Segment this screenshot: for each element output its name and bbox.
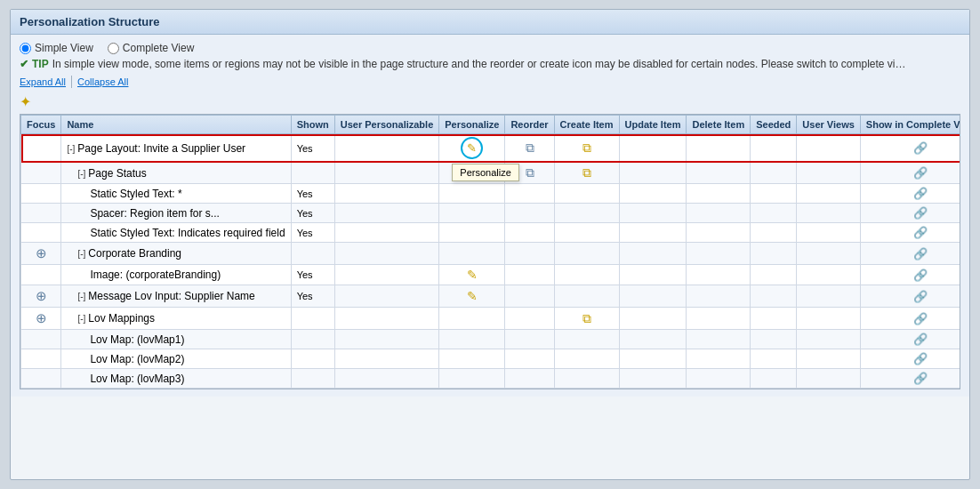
seeded-cell bbox=[751, 243, 797, 265]
pencil-icon[interactable]: ✎ bbox=[467, 268, 478, 282]
simple-view-option[interactable]: Simple View bbox=[20, 42, 93, 54]
show-complete-cell: 🔗 bbox=[860, 243, 960, 265]
row-name-text: Image: (corporateBranding) bbox=[90, 269, 221, 281]
collapse-icon[interactable]: [-] bbox=[77, 249, 85, 259]
pencil-icon[interactable]: ✎ bbox=[467, 289, 478, 303]
update-item-cell bbox=[619, 184, 687, 204]
update-item-cell bbox=[619, 223, 687, 243]
table-row: Static Styled Text: Indicates required f… bbox=[21, 223, 961, 243]
show-complete-icon[interactable]: 🔗 bbox=[913, 247, 928, 261]
focus-cell: ⊕ bbox=[21, 308, 61, 330]
update-item-cell bbox=[619, 330, 687, 349]
show-complete-icon[interactable]: 🔗 bbox=[913, 333, 928, 346]
collapse-icon[interactable]: [-] bbox=[77, 292, 85, 301]
show-complete-cell: 🔗 bbox=[860, 308, 960, 330]
show-complete-cell: 🔗 bbox=[860, 330, 960, 349]
show-complete-icon[interactable]: 🔗 bbox=[913, 372, 928, 385]
show-complete-icon[interactable]: 🔗 bbox=[913, 290, 928, 303]
show-complete-icon[interactable]: 🔗 bbox=[913, 312, 928, 325]
move-icon[interactable]: ⊕ bbox=[36, 288, 47, 303]
shown-cell bbox=[291, 243, 334, 265]
table-row: Image: (corporateBranding)Yes✎🔗 bbox=[21, 265, 961, 285]
delete-item-cell bbox=[687, 285, 751, 308]
focus-cell bbox=[21, 184, 61, 204]
reorder-copy-icon[interactable]: ⧉ bbox=[526, 165, 534, 180]
tip-row: ✔ TIP In simple view mode, some items or… bbox=[20, 58, 960, 70]
seeded-cell bbox=[751, 369, 797, 389]
show-complete-icon[interactable]: 🔗 bbox=[913, 166, 928, 180]
shown-cell: Yes bbox=[291, 223, 334, 243]
move-icon[interactable]: ⊕ bbox=[36, 310, 47, 325]
table-row: ⊕[-]Message Lov Input: Supplier NameYes✎… bbox=[21, 285, 961, 308]
update-item-cell bbox=[619, 285, 687, 308]
show-complete-cell: 🔗 bbox=[860, 204, 960, 223]
collapse-icon[interactable]: [-] bbox=[77, 314, 85, 324]
show-complete-cell: 🔗 bbox=[860, 163, 960, 184]
show-complete-icon[interactable]: 🔗 bbox=[913, 206, 928, 220]
complete-view-option[interactable]: Complete View bbox=[108, 42, 194, 54]
user-personalizable-cell bbox=[334, 223, 439, 243]
create-item-cell bbox=[554, 184, 619, 204]
create-copy-icon[interactable]: ⧉ bbox=[582, 140, 591, 155]
col-reorder: Reorder bbox=[505, 116, 554, 134]
row-name-text: Static Styled Text: Indicates required f… bbox=[90, 227, 285, 239]
row-name-text: Page Layout: Invite a Supplier User bbox=[77, 142, 245, 155]
create-item-cell bbox=[554, 265, 619, 285]
create-copy-icon[interactable]: ⧉ bbox=[582, 165, 591, 180]
collapse-all-link[interactable]: Collapse All bbox=[77, 76, 128, 87]
user-views-cell bbox=[797, 184, 861, 204]
table-row: Spacer: Region item for s...Yes🔗 bbox=[21, 204, 961, 223]
show-complete-icon[interactable]: 🔗 bbox=[913, 141, 928, 155]
panel-header: Personalization Structure bbox=[11, 10, 969, 35]
user-personalizable-cell bbox=[334, 134, 439, 163]
user-views-cell bbox=[797, 369, 861, 389]
create-item-cell bbox=[554, 204, 619, 223]
show-complete-icon[interactable]: 🔗 bbox=[913, 352, 928, 365]
show-complete-icon[interactable]: 🔗 bbox=[913, 226, 928, 239]
reorder-cell bbox=[505, 184, 554, 204]
row-name-text: Message Lov Input: Supplier Name bbox=[88, 290, 254, 302]
create-copy-icon[interactable]: ⧉ bbox=[582, 311, 591, 325]
expand-all-link[interactable]: Expand All bbox=[20, 76, 66, 87]
reorder-copy-icon[interactable]: ⧉ bbox=[526, 140, 534, 155]
personalization-structure-panel: Personalization Structure Simple View Co… bbox=[10, 9, 970, 480]
tip-text: In simple view mode, some items or regio… bbox=[52, 58, 906, 70]
row-name-text: Static Styled Text: * bbox=[90, 188, 181, 200]
user-personalizable-cell bbox=[334, 308, 439, 330]
simple-view-label: Simple View bbox=[35, 42, 93, 54]
shown-cell: Yes bbox=[291, 204, 334, 223]
delete-item-cell bbox=[687, 134, 751, 163]
user-personalizable-cell bbox=[334, 204, 439, 223]
collapse-icon[interactable]: [-] bbox=[67, 144, 75, 154]
table-row: Lov Map: (lovMap3)🔗 bbox=[21, 369, 961, 389]
show-complete-cell: 🔗 bbox=[860, 265, 960, 285]
personalize-tooltip: Personalize bbox=[452, 164, 518, 181]
create-item-cell: ⧉ bbox=[554, 163, 619, 184]
complete-view-radio[interactable] bbox=[108, 43, 119, 54]
col-personalize: Personalize bbox=[439, 116, 505, 134]
simple-view-radio[interactable] bbox=[20, 43, 31, 54]
update-item-cell bbox=[619, 204, 687, 223]
tip-label: TIP bbox=[32, 58, 49, 70]
show-complete-icon[interactable]: 🔗 bbox=[913, 269, 928, 282]
delete-item-cell bbox=[687, 308, 751, 330]
show-complete-icon[interactable]: 🔗 bbox=[913, 187, 928, 200]
update-item-cell bbox=[619, 243, 687, 265]
personalize-cell: ✎ Personalize bbox=[439, 134, 505, 163]
reorder-cell: ⧉ bbox=[505, 134, 554, 163]
update-item-cell bbox=[619, 369, 687, 389]
focus-cell: ⊕ bbox=[21, 243, 61, 265]
row-name-text: Corporate Branding bbox=[88, 247, 181, 260]
collapse-icon[interactable]: [-] bbox=[77, 169, 85, 179]
update-item-cell bbox=[619, 163, 687, 184]
seeded-cell bbox=[751, 308, 797, 330]
name-cell: [-]Page Status bbox=[61, 163, 291, 184]
update-item-cell bbox=[619, 308, 687, 330]
delete-item-cell bbox=[687, 265, 751, 285]
personalize-button[interactable]: ✎ bbox=[461, 137, 483, 159]
panel-body: Simple View Complete View ✔ TIP In simpl… bbox=[11, 35, 969, 397]
col-create: Create Item bbox=[554, 116, 619, 134]
move-icon[interactable]: ⊕ bbox=[36, 245, 47, 261]
panel-title: Personalization Structure bbox=[20, 15, 159, 28]
seeded-cell bbox=[751, 163, 797, 184]
